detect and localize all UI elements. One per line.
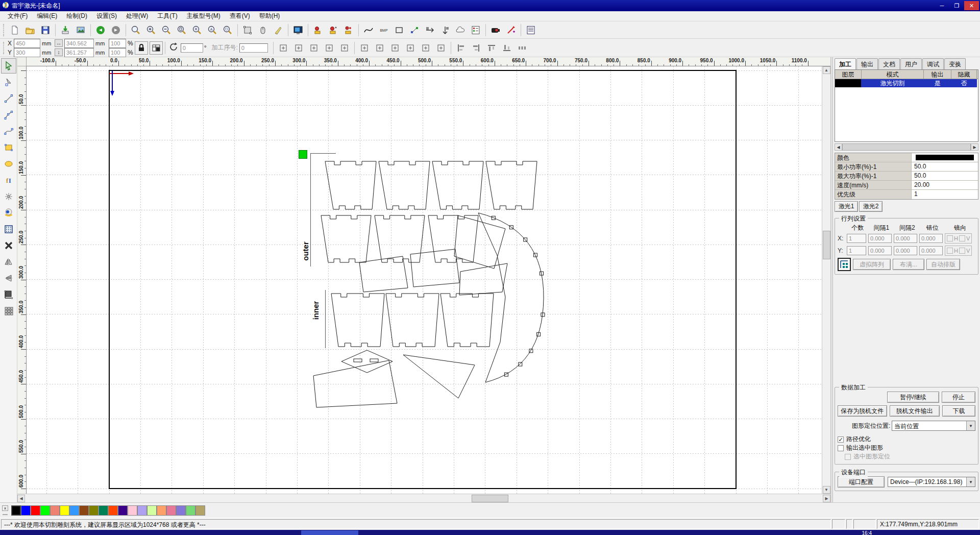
- palette-color-2[interactable]: [21, 505, 31, 516]
- scroll-right-button[interactable]: ▶: [823, 495, 830, 502]
- array-y-field-1[interactable]: [847, 246, 866, 255]
- mirror-v-checkbox[interactable]: [959, 248, 965, 254]
- rect-nest-icon[interactable]: [403, 40, 418, 56]
- mirror-vertical-tool[interactable]: [1, 254, 16, 270]
- align-right-icon[interactable]: [469, 40, 484, 56]
- set-origin-tool[interactable]: [1, 287, 16, 302]
- text-on-curve-icon[interactable]: [306, 40, 322, 56]
- menu-item-4[interactable]: 设置(S): [92, 11, 121, 21]
- port-config-button[interactable]: 端口配置: [838, 476, 885, 488]
- taskbar-item[interactable]: [301, 530, 358, 535]
- width-input[interactable]: [64, 39, 94, 48]
- y-scale-input[interactable]: [109, 48, 126, 57]
- vertical-scrollbar[interactable]: ▲ ▼: [822, 66, 830, 494]
- array-x-field-2[interactable]: [868, 234, 892, 243]
- palette-color-4[interactable]: [40, 505, 50, 516]
- property-value[interactable]: 50.0: [912, 162, 978, 171]
- array-y-field-4[interactable]: [919, 246, 943, 255]
- corner-tool-icon[interactable]: [372, 40, 387, 56]
- palette-color-20[interactable]: [195, 505, 205, 516]
- palette-color-18[interactable]: [176, 505, 186, 516]
- zoom-in-icon[interactable]: [143, 22, 159, 38]
- zoom-text-icon[interactable]: A: [205, 22, 220, 38]
- palette-color-19[interactable]: [186, 505, 195, 516]
- align-top-icon[interactable]: [484, 40, 499, 56]
- palette-close-button[interactable]: x: [2, 505, 8, 511]
- rect-outline-icon[interactable]: [391, 22, 407, 38]
- save-icon[interactable]: [38, 22, 53, 38]
- layer-color-cell[interactable]: [835, 79, 862, 87]
- bezier-curve-tool[interactable]: [1, 124, 16, 139]
- array-y-field-2[interactable]: [868, 246, 892, 255]
- fill-button[interactable]: 布满...: [893, 259, 924, 270]
- menu-item-8[interactable]: 查看(V): [225, 11, 255, 21]
- virtual-array-button[interactable]: 虚拟阵列: [853, 259, 891, 270]
- offline-file-output-button[interactable]: 脱机文件输出: [890, 405, 940, 417]
- palette-color-1[interactable]: [11, 505, 21, 516]
- grid-nest-icon[interactable]: [418, 40, 433, 56]
- palette-color-14[interactable]: [137, 505, 147, 516]
- polyline-tool[interactable]: [1, 107, 16, 123]
- node-connect-icon[interactable]: [407, 22, 422, 38]
- array-mode-button[interactable]: [838, 258, 851, 271]
- x-position-input[interactable]: [14, 39, 40, 48]
- horizontal-scrollbar[interactable]: ◀ ▶: [17, 494, 830, 502]
- palette-color-10[interactable]: [99, 505, 108, 516]
- weld-down-icon[interactable]: [337, 40, 352, 56]
- element-list-icon[interactable]: [523, 22, 538, 38]
- palette-color-15[interactable]: [147, 505, 157, 516]
- open-icon[interactable]: [22, 22, 38, 38]
- layer-hide-cell[interactable]: 否: [951, 79, 977, 87]
- anchor-point-1-icon[interactable]: [310, 22, 326, 38]
- property-value[interactable]: 1: [912, 190, 978, 199]
- layer-output-cell[interactable]: 是: [924, 79, 951, 87]
- close-button[interactable]: ✕: [964, 1, 979, 10]
- align-bottom-icon[interactable]: [499, 40, 514, 56]
- undo-icon[interactable]: [93, 22, 108, 38]
- line-tool[interactable]: [1, 91, 16, 106]
- minimize-button[interactable]: ─: [935, 1, 949, 10]
- align-vertical-icon[interactable]: [437, 22, 453, 38]
- pen-measure-icon[interactable]: [271, 22, 286, 38]
- mirror-horizontal-tool[interactable]: [1, 271, 16, 286]
- property-value[interactable]: 50.0: [912, 172, 978, 180]
- array-y-field-3[interactable]: [894, 246, 917, 255]
- laser-position-icon[interactable]: [503, 22, 519, 38]
- y-position-input[interactable]: [14, 48, 40, 57]
- sequence-input[interactable]: [239, 43, 268, 53]
- stop-button[interactable]: 停止: [942, 392, 975, 403]
- palette-color-7[interactable]: [69, 505, 79, 516]
- import-icon[interactable]: [58, 22, 73, 38]
- select-tool[interactable]: [1, 58, 16, 74]
- camera-icon[interactable]: [488, 22, 503, 38]
- align-horizontal-icon[interactable]: [422, 22, 437, 38]
- device-select[interactable]: Device---(IP:192.168.1.98) ▼: [888, 477, 975, 487]
- position-dropdown-arrow-icon[interactable]: ▼: [966, 421, 975, 430]
- dot-grid-tool[interactable]: [1, 222, 16, 237]
- cloud-icon[interactable]: [453, 22, 468, 38]
- mirror-node-icon[interactable]: [276, 40, 291, 56]
- anchor-point-2-icon[interactable]: [326, 22, 341, 38]
- layer-scroll-right[interactable]: ▶: [971, 143, 978, 151]
- menu-item-3[interactable]: 绘制(D): [62, 11, 92, 21]
- zoom-page-icon[interactable]: [174, 22, 189, 38]
- device-dropdown-arrow-icon[interactable]: ▼: [966, 477, 975, 487]
- zoom-all-icon[interactable]: [189, 22, 205, 38]
- curve-icon[interactable]: [361, 22, 376, 38]
- export-image-icon[interactable]: [73, 22, 88, 38]
- tab-用户[interactable]: 用户: [900, 58, 922, 69]
- horizontal-scroll-thumb[interactable]: [472, 495, 508, 502]
- scroll-down-button[interactable]: ▼: [823, 486, 830, 494]
- point-tool[interactable]: [1, 189, 16, 204]
- rotate-angle-input[interactable]: [181, 43, 203, 53]
- scroll-left-button[interactable]: ◀: [17, 495, 25, 502]
- design-canvas[interactable]: outerinner: [27, 66, 822, 494]
- align-left-icon[interactable]: [453, 40, 469, 56]
- menu-item-7[interactable]: 主板型号(M): [182, 11, 225, 21]
- keep-ratio-button[interactable]: [135, 41, 148, 55]
- palette-color-17[interactable]: [166, 505, 176, 516]
- text-tool[interactable]: fI: [1, 173, 16, 188]
- zoom-pan-icon[interactable]: [128, 22, 143, 38]
- bmp-icon[interactable]: BMP: [376, 22, 391, 38]
- palette-color-5[interactable]: [50, 505, 60, 516]
